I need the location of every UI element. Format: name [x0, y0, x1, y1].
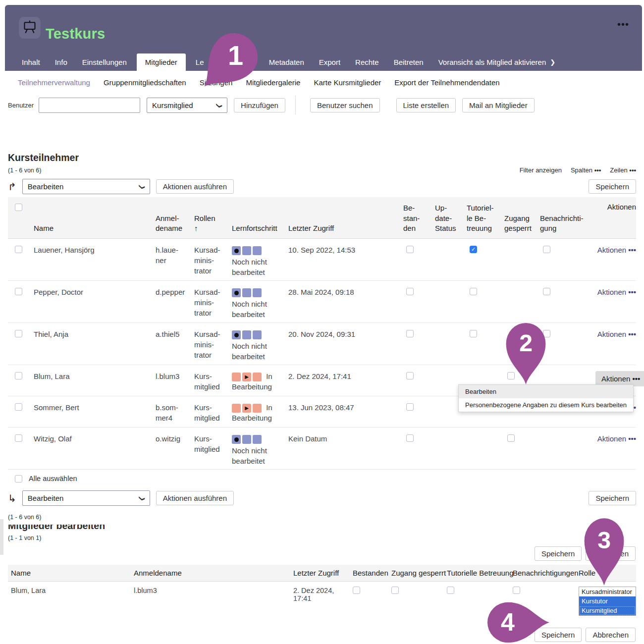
subtab-export-teilnehmendendaten[interactable]: Export der Teilnehmendendaten [394, 78, 499, 87]
member-role: Kursad­minis­trator [190, 281, 228, 322]
dialog-cancel-button-bottom[interactable]: Abbrechen [586, 628, 636, 642]
row-checkbox[interactable] [15, 288, 22, 295]
save-button-bottom[interactable]: Speichern [589, 491, 636, 505]
edit-members-count: (1 - 1 von 1) [8, 535, 644, 541]
table-row: Pepper, Doctor d.pepper Kursad­minis­tra… [8, 281, 636, 323]
col-letzter-zugriff[interactable]: Letzter Zugriff [284, 197, 399, 238]
bulk-action-select[interactable]: Bearbeiten ❯ [22, 179, 150, 194]
mail-members-button[interactable]: Mail an Mitglieder [462, 98, 535, 112]
member-username: h.laue­ner [152, 239, 190, 280]
col-zugang-gesperrt: Zugang gesperrt [388, 565, 444, 581]
bestanden-checkbox[interactable] [406, 246, 414, 253]
col-name[interactable]: Name [30, 197, 152, 238]
tutorielle-betreuung-checkbox[interactable]: ✓ [470, 246, 477, 253]
bestanden-checkbox[interactable] [406, 403, 414, 411]
participants-count-bottom: (1 - 6 von 6) [8, 514, 644, 521]
save-button-top[interactable]: Speichern [589, 179, 636, 194]
tab-mitglieder[interactable]: Mitglieder [137, 54, 186, 71]
subtab-karte-kursmitglieder[interactable]: Karte Kursmitglieder [314, 78, 381, 87]
col-letzter-zugriff: Letzter Zugriff [290, 565, 350, 581]
edit-members-title-clipped: Mitglieder bearbeiten [8, 525, 644, 533]
subtab-gruppenmitgliedschaften[interactable]: Gruppenmitgliedschaften [104, 78, 186, 87]
search-users-button[interactable]: Benutzer suchen [310, 98, 380, 112]
col-anmeldename[interactable]: Anmel­dename [152, 197, 190, 238]
ellipsis-icon: ••• [628, 330, 636, 338]
tab-rechte[interactable]: Rechte [350, 58, 384, 66]
tab-einstellungen[interactable]: Einstellungen [77, 58, 132, 66]
row-actions-link[interactable]: Aktionen ••• [597, 433, 636, 444]
tab-info[interactable]: Info [50, 58, 72, 66]
execute-actions-button[interactable]: Aktionen ausführen [156, 179, 234, 194]
benachrichtigung-checkbox[interactable] [543, 288, 550, 295]
select-all-header-checkbox[interactable] [15, 204, 22, 211]
dialog-save-button[interactable]: Speichern [535, 546, 582, 561]
row-checkbox[interactable] [15, 246, 22, 253]
member-username: l.blum3 [152, 365, 190, 396]
progress-indicator: Noch nicht bearbeitet [232, 433, 288, 466]
role-multiselect-listbox[interactable]: Kursadministrator Kurstutor Kursmitglied [579, 587, 636, 616]
col-anmeldename: Anmeldename [131, 565, 290, 581]
bestanden-checkbox[interactable] [406, 330, 414, 337]
menu-item-bearbeiten[interactable]: Bearbeiten [459, 385, 633, 398]
benachrichtigungen-checkbox[interactable] [513, 587, 520, 594]
row-checkbox[interactable] [15, 403, 22, 411]
col-tutorielle-betreuung[interactable]: Tutoriel­le Be­treuung [463, 197, 500, 238]
bestanden-checkbox[interactable] [353, 587, 360, 594]
member-role: Kurs­mitglied [190, 365, 228, 396]
role-option-kurstutor[interactable]: Kurstutor [579, 596, 636, 606]
col-zugang-gesperrt[interactable]: Zugang gesperrt [500, 197, 536, 238]
filter-link[interactable]: Filter anzeigen [520, 166, 562, 174]
tab-beitreten[interactable]: Beitreten [389, 58, 429, 66]
select-all-checkbox[interactable] [15, 475, 22, 483]
role-select[interactable]: Kursmitglied ❯ [147, 98, 227, 113]
benachrichtigung-checkbox[interactable] [543, 246, 550, 253]
tab-export[interactable]: Export [314, 58, 345, 66]
tutorielle-betreuung-checkbox[interactable] [447, 587, 454, 594]
row-checkbox[interactable] [15, 434, 22, 442]
tab-inhalt[interactable]: Inhalt [17, 58, 45, 66]
role-option-kursmitglied[interactable]: Kursmitglied [579, 606, 636, 615]
row-actions-link[interactable]: Aktionen ••• [597, 245, 636, 255]
play-icon: ▶ [245, 375, 249, 379]
col-bestanden[interactable]: Be­stan­den [399, 197, 431, 238]
menu-item-personenbezogene-angaben[interactable]: Personenbezogene Angaben zu diesem Kurs … [459, 398, 633, 412]
execute-actions-button-bottom[interactable]: Aktionen ausführen [156, 491, 234, 505]
ellipsis-icon: ••• [629, 166, 636, 174]
progress-dot-icon [234, 249, 239, 253]
zugang-gesperrt-checkbox[interactable] [391, 587, 399, 594]
benutzer-input[interactable] [39, 98, 140, 113]
col-aktionen: Aktionen [591, 197, 636, 238]
table-row: Witzig, Olaf o.witzig Kurs­mitglied Noch… [8, 428, 636, 470]
row-checkbox[interactable] [15, 330, 22, 337]
role-option-kursadministrator[interactable]: Kursadministrator [579, 587, 636, 596]
bestanden-checkbox[interactable] [406, 288, 414, 295]
col-lernfortschritt[interactable]: Lernfort­schritt [228, 197, 284, 238]
subtab-mitgliedergalerie[interactable]: Mitgliedergalerie [246, 78, 300, 87]
actions-dropdown-menu: Bearbeiten Personenbezogene Angaben zu d… [458, 384, 634, 412]
row-actions-link[interactable]: Aktionen ••• [597, 329, 636, 339]
play-icon: ▶ [245, 406, 249, 411]
header-more-icon[interactable]: ••• [617, 19, 629, 30]
bestanden-checkbox[interactable] [406, 434, 414, 442]
member-name: Lauener, Hansjörg [30, 239, 152, 280]
callout-4: 4 [485, 598, 550, 644]
add-button[interactable]: Hinzufügen [234, 98, 285, 112]
col-rollen-sorted[interactable]: Rollen↑ [190, 197, 228, 238]
tab-preview-as-member[interactable]: Voransicht als Mitglied aktivieren ❯ [433, 58, 561, 66]
rows-link[interactable]: Zeilen ••• [610, 166, 636, 174]
bulk-action-select-bottom[interactable]: Bearbeiten ❯ [22, 490, 150, 506]
progress-indicator: ▶ In Bearbeitung [232, 371, 288, 392]
row-actions-link[interactable]: Aktionen ••• [597, 287, 636, 297]
tutorielle-betreuung-checkbox[interactable] [470, 288, 477, 295]
table-header-row: Name Anmel­dename Rollen↑ Lernfort­schri… [8, 197, 636, 239]
col-benachrichtigung[interactable]: Benach­richti­gung [536, 197, 591, 238]
columns-link[interactable]: Spalten ••• [571, 166, 601, 174]
zugang-gesperrt-checkbox[interactable] [507, 434, 515, 442]
bestanden-checkbox[interactable] [406, 372, 414, 379]
create-list-button[interactable]: Liste erstellen [396, 98, 456, 112]
subtab-teilnehmerverwaltung[interactable]: Teilnehmerverwaltung [18, 78, 90, 87]
tutorielle-betreuung-checkbox[interactable] [470, 330, 477, 337]
course-title: Testkurs [46, 26, 105, 42]
row-checkbox[interactable] [15, 372, 22, 379]
col-update-status[interactable]: Up­date-Status [431, 197, 463, 238]
